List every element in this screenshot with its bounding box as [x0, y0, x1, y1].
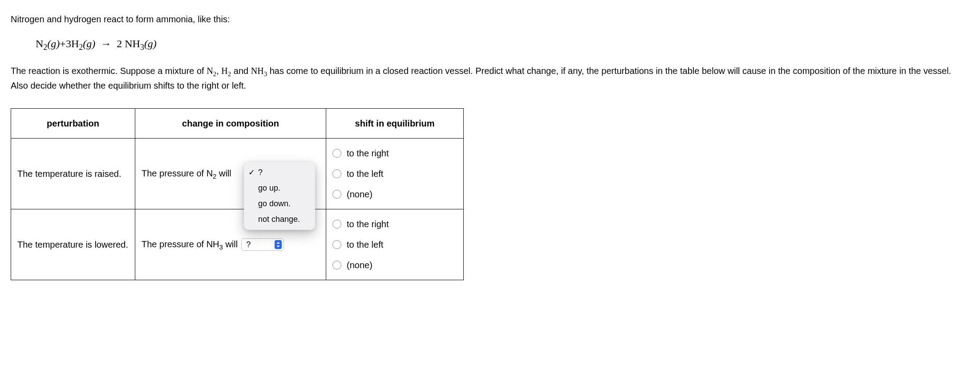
intro-line-1: Nitrogen and hydrogen react to form ammo… [11, 12, 969, 26]
change-label: The pressure of N2 will [142, 167, 231, 182]
table-row: The temperature is lowered. The pressure… [11, 209, 464, 280]
eq-g3: (g) [144, 38, 157, 49]
change-label-post: will [216, 168, 231, 178]
dropdown-option[interactable]: not change. [244, 212, 315, 227]
dropdown-closed[interactable]: ? [241, 238, 284, 251]
chem-nh3: NH3 [251, 66, 267, 76]
change-label-post: will [223, 239, 238, 249]
dropdown-option-selected[interactable]: ? [244, 165, 315, 180]
eq-nh: NH [125, 38, 140, 49]
intro-mid1: , [216, 66, 221, 76]
radio-to-right[interactable]: to the right [332, 147, 457, 160]
radio-label: (none) [347, 258, 373, 272]
intro-mid2: and [231, 66, 251, 76]
intro-pre: The reaction is exothermic. Suppose a mi… [11, 66, 207, 76]
eq-arrow: → [101, 38, 111, 49]
shift-cell: to the right to the left (none) [326, 209, 464, 280]
eq-h2-sub: 2 [79, 43, 83, 52]
eq-g2: (g) [83, 38, 95, 49]
radio-label: to the right [347, 217, 389, 231]
eq-n2: N [36, 38, 43, 49]
radio-to-left[interactable]: to the left [332, 167, 457, 180]
perturbation-cell: The temperature is raised. [11, 139, 135, 209]
eq-h2: H [71, 38, 79, 49]
change-label-sub: 3 [219, 243, 223, 251]
eq-coef3: 3 [66, 38, 71, 49]
radio-icon [332, 169, 341, 178]
eq-plus: + [60, 38, 66, 49]
dropdown-option[interactable]: go down. [244, 196, 315, 212]
radio-label: to the right [347, 147, 389, 160]
radio-none[interactable]: (none) [332, 258, 457, 272]
change-label: The pressure of NH3 will [142, 237, 238, 253]
eq-nh3-sub: 3 [140, 43, 144, 52]
change-label-pre: The pressure of N [142, 168, 213, 178]
shift-cell: to the right to the left (none) [326, 139, 464, 209]
header-perturbation: perturbation [11, 109, 135, 139]
dropdown-value: ? [246, 239, 251, 251]
radio-icon [332, 190, 341, 199]
radio-icon [332, 261, 341, 270]
header-shift: shift in equilibrium [326, 109, 464, 139]
chem-nh3-sub: 3 [264, 70, 267, 78]
chem-h2: H2 [221, 66, 231, 76]
dropdown-option[interactable]: go up. [244, 180, 315, 196]
radio-label: to the left [347, 167, 383, 180]
chem-n2-base: N [207, 66, 213, 76]
radio-to-left[interactable]: to the left [332, 238, 457, 251]
dropdown-open[interactable]: ? go up. go down. not change. [244, 162, 315, 230]
eq-n2-sub: 2 [43, 43, 47, 52]
radio-to-right[interactable]: to the right [332, 217, 457, 231]
chem-h2-base: H [221, 66, 227, 76]
eq-g1: (g) [47, 38, 60, 49]
intro-line-2: The reaction is exothermic. Suppose a mi… [11, 64, 969, 93]
radio-none[interactable]: (none) [332, 188, 457, 201]
radio-icon [332, 149, 341, 158]
reaction-equation: N2(g)+3H2(g) → 2 NH3(g) [36, 36, 969, 53]
chevron-updown-icon [275, 240, 282, 249]
radio-icon [332, 240, 341, 249]
chem-n2: N2 [207, 66, 216, 76]
change-label-pre: The pressure of NH [142, 239, 219, 249]
change-cell: The pressure of N2 will ? go up. go down… [135, 139, 326, 209]
radio-label: to the left [347, 238, 383, 251]
question-table: perturbation change in composition shift… [11, 108, 464, 280]
chem-nh3-base: NH [251, 66, 264, 76]
radio-icon [332, 220, 341, 229]
radio-label: (none) [347, 188, 373, 201]
eq-coef2: 2 [117, 38, 122, 49]
perturbation-cell: The temperature is lowered. [11, 209, 135, 280]
header-change: change in composition [135, 109, 326, 139]
table-row: The temperature is raised. The pressure … [11, 139, 464, 209]
